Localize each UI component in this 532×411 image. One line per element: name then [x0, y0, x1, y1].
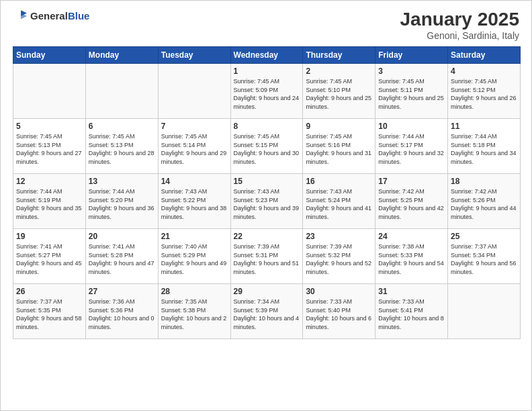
cell-content: Sunrise: 7:43 AM Sunset: 5:24 PM Dayligh…	[306, 187, 372, 221]
cell-content: Sunrise: 7:34 AM Sunset: 5:39 PM Dayligh…	[234, 298, 300, 331]
col-header-saturday: Saturday	[448, 47, 521, 64]
cell-content: Sunrise: 7:42 AM Sunset: 5:25 PM Dayligh…	[378, 187, 445, 221]
calendar-cell: 24Sunrise: 7:38 AM Sunset: 5:33 PM Dayli…	[375, 229, 448, 284]
calendar-cell: 23Sunrise: 7:39 AM Sunset: 5:32 PM Dayli…	[303, 229, 375, 284]
day-number: 3	[378, 66, 445, 76]
cell-content: Sunrise: 7:45 AM Sunset: 5:16 PM Dayligh…	[306, 132, 372, 166]
day-number: 26	[16, 287, 83, 296]
col-header-sunday: Sunday	[13, 47, 86, 64]
location: Genoni, Sardinia, Italy	[400, 30, 519, 41]
day-number: 30	[306, 287, 372, 296]
month-title: January 2025	[400, 9, 519, 30]
cell-content: Sunrise: 7:37 AM Sunset: 5:35 PM Dayligh…	[16, 298, 83, 331]
calendar-cell: 2Sunrise: 7:45 AM Sunset: 5:10 PM Daylig…	[303, 64, 375, 119]
calendar-cell: 6Sunrise: 7:45 AM Sunset: 5:13 PM Daylig…	[85, 119, 158, 174]
day-number: 23	[306, 232, 372, 241]
cell-content: Sunrise: 7:44 AM Sunset: 5:18 PM Dayligh…	[451, 132, 517, 166]
calendar-cell: 29Sunrise: 7:34 AM Sunset: 5:39 PM Dayli…	[230, 284, 303, 339]
calendar-cell: 19Sunrise: 7:41 AM Sunset: 5:27 PM Dayli…	[13, 229, 86, 284]
cell-content: Sunrise: 7:33 AM Sunset: 5:41 PM Dayligh…	[378, 298, 445, 331]
header-row: SundayMondayTuesdayWednesdayThursdayFrid…	[13, 47, 521, 64]
day-number: 1	[234, 66, 300, 76]
day-number: 13	[89, 177, 155, 186]
day-number: 21	[161, 232, 228, 241]
day-number: 27	[89, 287, 155, 296]
week-row-1: 1Sunrise: 7:45 AM Sunset: 5:09 PM Daylig…	[13, 64, 521, 119]
col-header-tuesday: Tuesday	[158, 47, 230, 64]
col-header-monday: Monday	[85, 47, 158, 64]
cell-content: Sunrise: 7:45 AM Sunset: 5:12 PM Dayligh…	[451, 77, 517, 111]
day-number: 22	[234, 232, 300, 241]
generalblue-icon	[13, 9, 28, 24]
cell-content: Sunrise: 7:36 AM Sunset: 5:36 PM Dayligh…	[89, 298, 155, 331]
logo: GeneralBlue	[13, 9, 89, 24]
cell-content: Sunrise: 7:44 AM Sunset: 5:20 PM Dayligh…	[89, 187, 155, 221]
cell-content: Sunrise: 7:45 AM Sunset: 5:13 PM Dayligh…	[16, 132, 83, 166]
cell-content: Sunrise: 7:41 AM Sunset: 5:28 PM Dayligh…	[89, 242, 155, 276]
calendar-cell: 11Sunrise: 7:44 AM Sunset: 5:18 PM Dayli…	[448, 119, 521, 174]
day-number: 31	[378, 287, 445, 296]
day-number: 6	[89, 122, 155, 131]
day-number: 19	[16, 232, 83, 241]
calendar-cell: 7Sunrise: 7:45 AM Sunset: 5:14 PM Daylig…	[158, 119, 230, 174]
cell-content: Sunrise: 7:45 AM Sunset: 5:11 PM Dayligh…	[378, 77, 445, 111]
calendar-cell	[13, 64, 86, 119]
calendar-cell: 20Sunrise: 7:41 AM Sunset: 5:28 PM Dayli…	[85, 229, 158, 284]
day-number: 11	[451, 122, 517, 131]
cell-content: Sunrise: 7:35 AM Sunset: 5:38 PM Dayligh…	[161, 298, 228, 331]
day-number: 28	[161, 287, 228, 296]
day-number: 18	[451, 177, 517, 186]
calendar-cell	[448, 284, 521, 339]
day-number: 10	[378, 122, 445, 131]
cell-content: Sunrise: 7:43 AM Sunset: 5:23 PM Dayligh…	[234, 187, 300, 221]
cell-content: Sunrise: 7:39 AM Sunset: 5:31 PM Dayligh…	[234, 242, 300, 276]
calendar-cell: 21Sunrise: 7:40 AM Sunset: 5:29 PM Dayli…	[158, 229, 230, 284]
day-number: 14	[161, 177, 228, 186]
week-row-5: 26Sunrise: 7:37 AM Sunset: 5:35 PM Dayli…	[13, 284, 521, 339]
day-number: 20	[89, 232, 155, 241]
calendar-cell: 4Sunrise: 7:45 AM Sunset: 5:12 PM Daylig…	[448, 64, 521, 119]
cell-content: Sunrise: 7:33 AM Sunset: 5:40 PM Dayligh…	[306, 298, 372, 331]
page: GeneralBlue January 2025 Genoni, Sardini…	[0, 0, 532, 411]
week-row-4: 19Sunrise: 7:41 AM Sunset: 5:27 PM Dayli…	[13, 229, 521, 284]
calendar-cell: 16Sunrise: 7:43 AM Sunset: 5:24 PM Dayli…	[303, 174, 375, 229]
cell-content: Sunrise: 7:41 AM Sunset: 5:27 PM Dayligh…	[16, 242, 83, 276]
cell-content: Sunrise: 7:45 AM Sunset: 5:10 PM Dayligh…	[306, 77, 372, 111]
calendar-cell: 28Sunrise: 7:35 AM Sunset: 5:38 PM Dayli…	[158, 284, 230, 339]
calendar-cell: 15Sunrise: 7:43 AM Sunset: 5:23 PM Dayli…	[230, 174, 303, 229]
header: GeneralBlue January 2025 Genoni, Sardini…	[1, 1, 531, 46]
cell-content: Sunrise: 7:44 AM Sunset: 5:17 PM Dayligh…	[378, 132, 445, 166]
calendar-cell: 25Sunrise: 7:37 AM Sunset: 5:34 PM Dayli…	[448, 229, 521, 284]
calendar-cell: 30Sunrise: 7:33 AM Sunset: 5:40 PM Dayli…	[303, 284, 375, 339]
calendar-cell: 14Sunrise: 7:43 AM Sunset: 5:22 PM Dayli…	[158, 174, 230, 229]
day-number: 24	[378, 232, 445, 241]
cell-content: Sunrise: 7:45 AM Sunset: 5:14 PM Dayligh…	[161, 132, 228, 166]
calendar-cell: 1Sunrise: 7:45 AM Sunset: 5:09 PM Daylig…	[230, 64, 303, 119]
calendar-cell: 3Sunrise: 7:45 AM Sunset: 5:11 PM Daylig…	[375, 64, 448, 119]
col-header-friday: Friday	[375, 47, 448, 64]
cell-content: Sunrise: 7:45 AM Sunset: 5:15 PM Dayligh…	[234, 132, 300, 166]
cell-content: Sunrise: 7:40 AM Sunset: 5:29 PM Dayligh…	[161, 242, 228, 276]
day-number: 4	[451, 66, 517, 76]
day-number: 17	[378, 177, 445, 186]
cell-content: Sunrise: 7:43 AM Sunset: 5:22 PM Dayligh…	[161, 187, 228, 221]
day-number: 9	[306, 122, 372, 131]
calendar-cell: 27Sunrise: 7:36 AM Sunset: 5:36 PM Dayli…	[85, 284, 158, 339]
calendar-cell: 18Sunrise: 7:42 AM Sunset: 5:26 PM Dayli…	[448, 174, 521, 229]
col-header-thursday: Thursday	[303, 47, 375, 64]
cell-content: Sunrise: 7:38 AM Sunset: 5:33 PM Dayligh…	[378, 242, 445, 276]
day-number: 16	[306, 177, 372, 186]
day-number: 29	[234, 287, 300, 296]
calendar-cell	[158, 64, 230, 119]
cell-content: Sunrise: 7:45 AM Sunset: 5:13 PM Dayligh…	[89, 132, 155, 166]
cell-content: Sunrise: 7:37 AM Sunset: 5:34 PM Dayligh…	[451, 242, 517, 276]
cell-content: Sunrise: 7:45 AM Sunset: 5:09 PM Dayligh…	[234, 77, 300, 111]
calendar-cell: 26Sunrise: 7:37 AM Sunset: 5:35 PM Dayli…	[13, 284, 86, 339]
calendar-cell: 13Sunrise: 7:44 AM Sunset: 5:20 PM Dayli…	[85, 174, 158, 229]
day-number: 7	[161, 122, 228, 131]
calendar-cell: 9Sunrise: 7:45 AM Sunset: 5:16 PM Daylig…	[303, 119, 375, 174]
day-number: 2	[306, 66, 372, 76]
calendar-cell: 5Sunrise: 7:45 AM Sunset: 5:13 PM Daylig…	[13, 119, 86, 174]
calendar-cell: 10Sunrise: 7:44 AM Sunset: 5:17 PM Dayli…	[375, 119, 448, 174]
day-number: 5	[16, 122, 83, 131]
